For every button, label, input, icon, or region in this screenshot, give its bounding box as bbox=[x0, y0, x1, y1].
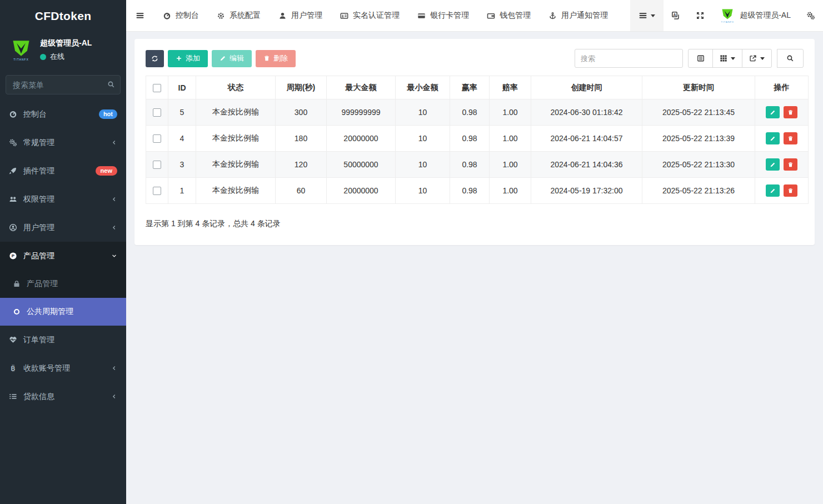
add-button-label: 添加 bbox=[186, 53, 200, 63]
logo-text: TITANFX bbox=[13, 58, 28, 61]
fullscreen-button[interactable] bbox=[688, 0, 712, 31]
export-button[interactable] bbox=[742, 49, 772, 68]
list-icon bbox=[639, 11, 647, 20]
nav-item-system-config[interactable]: 系统配置 bbox=[208, 0, 270, 31]
user-circle-icon bbox=[9, 223, 17, 232]
search-submit-button[interactable] bbox=[777, 49, 804, 68]
cell-id: 5 bbox=[168, 99, 196, 126]
top-navbar: 控制台 系统配置 用户管理 实名认证管理 银行卡管理 钱包管理 用户通知管理 bbox=[126, 0, 823, 32]
cell-win-rate: 0.98 bbox=[450, 152, 490, 178]
cell-updated-time: 2025-05-22 21:13:45 bbox=[642, 99, 755, 126]
edit-button[interactable]: 编辑 bbox=[212, 50, 252, 67]
nav-item-label: 实名认证管理 bbox=[353, 11, 400, 21]
sidebar-item-label: 常规管理 bbox=[23, 138, 54, 148]
product-circle-icon bbox=[9, 252, 17, 260]
chevron-down-icon bbox=[111, 253, 117, 259]
row-checkbox[interactable] bbox=[153, 187, 161, 195]
add-button[interactable]: 添加 bbox=[168, 50, 208, 67]
row-edit-button[interactable] bbox=[766, 106, 780, 118]
sidebar-item-label: 贷款信息 bbox=[23, 392, 54, 402]
row-checkbox[interactable] bbox=[153, 134, 161, 143]
sidebar-toggle-button[interactable] bbox=[126, 0, 154, 31]
row-delete-button[interactable] bbox=[784, 158, 797, 171]
chevron-left-icon bbox=[111, 196, 117, 202]
navbar-user-menu[interactable]: TITANFX 超级管理员-AL bbox=[712, 0, 799, 31]
pagination-summary: 显示第 1 到第 4 条记录，总共 4 条记录 bbox=[146, 219, 804, 229]
user-status-label: 在线 bbox=[50, 52, 64, 62]
cell-period: 120 bbox=[276, 152, 327, 178]
shopping-bag-icon bbox=[13, 280, 21, 288]
sidebar-search-input[interactable] bbox=[6, 75, 121, 94]
cell-actions bbox=[755, 99, 809, 126]
table-search-input[interactable] bbox=[575, 49, 683, 68]
table-body: 5 本金按比例输 300 999999999 10 0.98 1.00 2024… bbox=[146, 99, 809, 204]
column-header-min-amount: 最小金额 bbox=[396, 76, 450, 99]
nav-item-user-notice-manage[interactable]: 用户通知管理 bbox=[540, 0, 617, 31]
sidebar-item-loan-info[interactable]: 贷款信息 bbox=[0, 382, 126, 411]
sidebar-subitem-product-manage[interactable]: 产品管理 bbox=[0, 270, 126, 298]
row-checkbox[interactable] bbox=[153, 161, 161, 169]
delete-button[interactable]: 删除 bbox=[256, 50, 296, 67]
sidebar-item-label: 收款账号管理 bbox=[23, 363, 70, 373]
nav-item-label: 用户通知管理 bbox=[561, 11, 608, 21]
cell-max-amount: 20000000 bbox=[327, 178, 396, 204]
cell-period: 300 bbox=[276, 99, 327, 126]
nav-item-label: 钱包管理 bbox=[500, 11, 531, 21]
cell-period: 180 bbox=[276, 126, 327, 152]
row-checkbox[interactable] bbox=[153, 108, 161, 117]
cell-win-rate: 0.98 bbox=[450, 178, 490, 204]
cell-status: 本金按比例输 bbox=[196, 126, 276, 152]
column-header-created-time: 创建时间 bbox=[531, 76, 642, 99]
settings-button[interactable] bbox=[799, 0, 823, 31]
sidebar-item-plugin-manage[interactable]: 插件管理 new bbox=[0, 157, 126, 185]
sidebar-subitem-public-cycle-manage[interactable]: 公共周期管理 bbox=[0, 298, 126, 326]
nav-item-bank-card-manage[interactable]: 银行卡管理 bbox=[408, 0, 478, 31]
cell-min-amount: 10 bbox=[396, 178, 450, 204]
detail-view-button[interactable] bbox=[688, 49, 713, 68]
sidebar-item-permission-manage[interactable]: 权限管理 bbox=[0, 185, 126, 213]
sidebar-item-order-manage[interactable]: 订单管理 bbox=[0, 326, 126, 354]
nav-item-user-manage[interactable]: 用户管理 bbox=[270, 0, 331, 31]
cogs-icon bbox=[806, 11, 815, 20]
cell-status: 本金按比例输 bbox=[196, 178, 276, 204]
language-button[interactable] bbox=[664, 0, 688, 31]
refresh-button[interactable] bbox=[146, 50, 164, 67]
search-icon bbox=[107, 81, 115, 88]
row-delete-button[interactable] bbox=[784, 106, 797, 118]
search-icon bbox=[786, 54, 794, 62]
cell-updated-time: 2025-05-22 21:13:30 bbox=[642, 152, 755, 178]
pencil-icon bbox=[220, 55, 226, 62]
columns-button[interactable] bbox=[712, 49, 742, 68]
sidebar-item-label: 控制台 bbox=[23, 109, 47, 119]
sidebar-group-product: 产品管理 产品管理 公共周期管理 bbox=[0, 242, 126, 326]
sidebar-item-label: 订单管理 bbox=[23, 335, 54, 345]
data-table: ID 状态 周期(秒) 最大金额 最小金额 赢率 赔率 创建时间 更新时间 操作… bbox=[146, 76, 809, 204]
row-edit-button[interactable] bbox=[766, 132, 780, 144]
column-header-select bbox=[146, 76, 168, 99]
tachometer-icon bbox=[9, 110, 17, 118]
nav-item-dashboard[interactable]: 控制台 bbox=[154, 0, 208, 31]
caret-down-icon bbox=[731, 57, 735, 60]
sidebar-item-general-manage[interactable]: 常规管理 bbox=[0, 128, 126, 157]
nav-menu-dropdown-button[interactable] bbox=[630, 0, 664, 31]
cell-max-amount: 999999999 bbox=[327, 99, 396, 126]
cell-id: 1 bbox=[168, 178, 196, 204]
column-header-updated-time: 更新时间 bbox=[642, 76, 755, 99]
row-delete-button[interactable] bbox=[784, 132, 797, 144]
sidebar-item-user-manage[interactable]: 用户管理 bbox=[0, 213, 126, 242]
sidebar-item-product-manage[interactable]: 产品管理 bbox=[0, 242, 126, 270]
row-edit-button[interactable] bbox=[766, 158, 780, 171]
cell-actions bbox=[755, 152, 809, 178]
trash-icon bbox=[787, 136, 794, 142]
sidebar-item-payment-account-manage[interactable]: 收款账号管理 bbox=[0, 354, 126, 382]
cell-status: 本金按比例输 bbox=[196, 99, 276, 126]
nav-item-realname-verify-manage[interactable]: 实名认证管理 bbox=[331, 0, 408, 31]
row-delete-button[interactable] bbox=[784, 184, 797, 197]
table-row: 4 本金按比例输 180 20000000 10 0.98 1.00 2024-… bbox=[146, 126, 809, 152]
nav-item-wallet-manage[interactable]: 钱包管理 bbox=[478, 0, 540, 31]
chevron-left-icon bbox=[111, 139, 117, 146]
select-all-checkbox[interactable] bbox=[153, 84, 161, 92]
sidebar-item-dashboard[interactable]: 控制台 hot bbox=[0, 100, 126, 128]
row-edit-button[interactable] bbox=[766, 184, 780, 197]
sidebar: CFDtoken TITANFX 超级管理员-AL 在线 控制台 hot 常规管… bbox=[0, 0, 126, 504]
